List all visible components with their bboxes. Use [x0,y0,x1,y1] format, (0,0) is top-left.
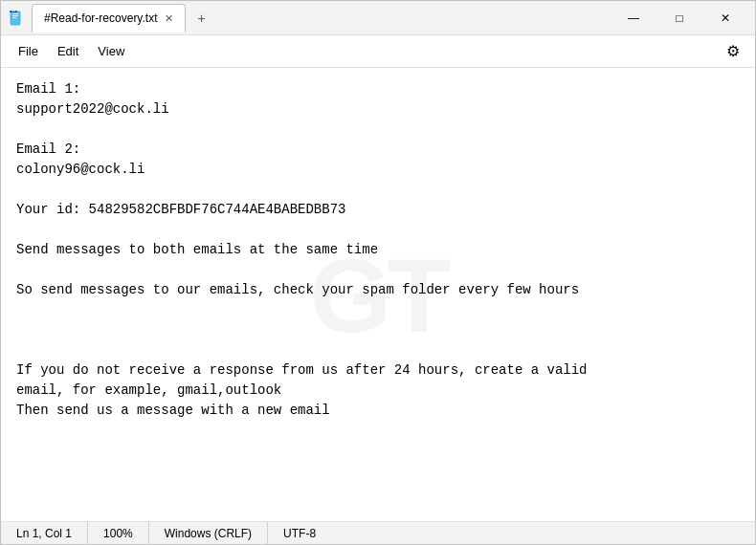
svg-rect-3 [12,17,16,18]
zoom-level: 100% [88,522,149,544]
new-tab-button[interactable]: + [188,5,214,32]
svg-rect-1 [12,13,18,14]
text-line [16,260,740,280]
encoding: UTF-8 [268,522,331,544]
minimize-button[interactable]: — [611,3,656,33]
notepad-window: #Read-for-recovery.txt ✕ + — □ ✕ File Ed… [0,0,756,545]
text-content: Email 1:support2022@cock.li Email 2:colo… [16,79,740,421]
status-bar: Ln 1, Col 1 100% Windows (CRLF) UTF-8 [1,521,755,544]
text-line: Send messages to both emails at the same… [16,240,740,260]
text-line: colony96@cock.li [16,160,740,180]
menu-view[interactable]: View [88,40,134,62]
menu-bar: File Edit View ⚙ [1,35,755,68]
window-controls: — □ ✕ [611,3,747,33]
svg-rect-5 [11,11,15,11]
text-line: Your id: 54829582CBFBDF76C744AE4BABEDBB7… [16,200,740,220]
text-line: Then send us a message with a new email [16,401,740,421]
menu-file[interactable]: File [9,40,48,62]
text-line [16,180,740,200]
settings-gear-button[interactable]: ⚙ [719,37,747,66]
gear-icon: ⚙ [726,42,740,60]
title-bar: #Read-for-recovery.txt ✕ + — □ ✕ [1,1,755,35]
text-line [16,300,740,320]
tab-close-button[interactable]: ✕ [165,12,173,25]
text-line: So send messages to our emails, check yo… [16,280,740,300]
active-tab[interactable]: #Read-for-recovery.txt ✕ [32,4,186,33]
text-line: If you do not receive a response from us… [16,360,740,381]
menu-edit[interactable]: Edit [48,40,88,62]
text-line [16,340,740,360]
text-line: support2022@cock.li [16,99,740,120]
text-line: Email 1: [16,79,740,99]
tab-area: #Read-for-recovery.txt ✕ + [32,4,611,33]
line-ending: Windows (CRLF) [149,522,268,544]
maximize-button[interactable]: □ [657,3,701,33]
text-line [16,120,740,140]
text-line: Email 2: [16,140,740,160]
text-line [16,320,740,340]
close-button[interactable]: ✕ [703,3,747,33]
svg-rect-2 [12,15,18,16]
text-editor-area[interactable]: GT Email 1:support2022@cock.li Email 2:c… [1,68,755,521]
text-line: email, for example, gmail,outlook [16,381,740,401]
text-line [16,220,740,240]
notepad-icon [9,11,24,26]
cursor-position: Ln 1, Col 1 [1,522,88,544]
tab-title: #Read-for-recovery.txt [44,11,157,25]
